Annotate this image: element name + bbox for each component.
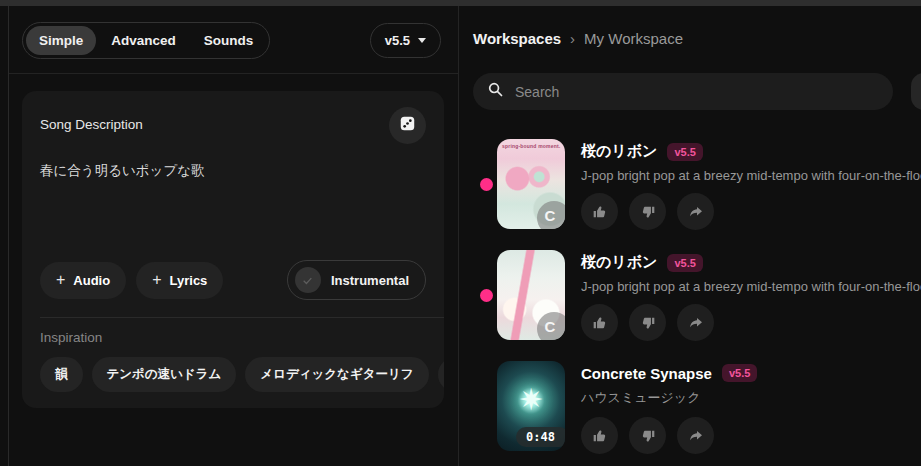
thumbs-up-button[interactable]: [581, 417, 618, 454]
chevron-down-icon: [418, 38, 426, 43]
thumbs-down-button[interactable]: [629, 417, 666, 454]
create-panel-header: Simple Advanced Sounds v5.5: [9, 6, 458, 59]
song-actions: [581, 304, 921, 341]
share-icon: [688, 428, 704, 444]
song-content: 桜のリボン v5.5 J-pop bright pop at a breezy …: [581, 250, 921, 341]
thumbs-down-icon: [640, 204, 656, 220]
watermark-badge: C: [537, 201, 565, 229]
share-button[interactable]: [677, 304, 714, 341]
inspiration-chip[interactable]: ハッピーポップ: [438, 357, 444, 392]
thumbs-up-icon: [592, 315, 608, 331]
tab-advanced[interactable]: Advanced: [98, 26, 189, 55]
add-audio-label: Audio: [73, 273, 110, 288]
starburst-art: ✷: [518, 381, 543, 416]
workspace-panel: Workspaces › My Workspace spring-bound m…: [459, 6, 921, 466]
instrumental-label: Instrumental: [331, 273, 409, 288]
version-selector[interactable]: v5.5: [370, 23, 441, 58]
inspiration-chip[interactable]: 韻: [40, 357, 83, 392]
song-description: ハウスミュージック: [581, 389, 921, 407]
plus-icon: +: [152, 272, 161, 288]
inspiration-chip[interactable]: テンポの速いドラム: [92, 357, 237, 392]
song-description-card: Song Description 春に合う明るいポップな歌 + Audio + …: [22, 91, 444, 408]
search-box[interactable]: [473, 73, 893, 110]
filter-button[interactable]: [911, 73, 921, 110]
title-row: 桜のリボン v5.5: [581, 253, 921, 272]
song-row: ✷ 0:48 Concrete Synapse v5.5 ハウスミュージック: [497, 361, 921, 454]
song-description: J-pop bright pop at a breezy mid-tempo w…: [581, 279, 921, 294]
add-audio-button[interactable]: + Audio: [40, 262, 126, 299]
song-thumbnail[interactable]: C: [497, 250, 565, 340]
inspiration-divider: [40, 317, 444, 318]
inspiration-label: Inspiration: [40, 330, 426, 345]
thumb-caption: spring-bound moment.: [502, 143, 560, 149]
inspiration-chips: 韻テンポの速いドラムメロディックなギターリフハッピーポップ: [40, 357, 444, 392]
thumbs-down-icon: [640, 428, 656, 444]
share-button[interactable]: [677, 417, 714, 454]
share-icon: [688, 204, 704, 220]
plus-icon: +: [56, 272, 65, 288]
breadcrumb-workspaces[interactable]: Workspaces: [473, 30, 561, 47]
song-actions: [581, 417, 921, 454]
search-input[interactable]: [515, 84, 879, 100]
thumbs-up-button[interactable]: [581, 193, 618, 230]
thumbs-down-button[interactable]: [629, 304, 666, 341]
version-badge: v5.5: [722, 364, 757, 382]
controls-row: + Audio + Lyrics Instrumental: [40, 260, 426, 300]
song-description: J-pop bright pop at a breezy mid-tempo w…: [581, 168, 921, 183]
song-title[interactable]: Concrete Synapse: [581, 365, 712, 382]
song-list: spring-bound moment. C 桜のリボン v5.5 J-pop …: [459, 139, 921, 454]
breadcrumb-separator: ›: [570, 30, 575, 47]
unplayed-dot-indicator: [480, 178, 493, 191]
breadcrumb: Workspaces › My Workspace: [459, 6, 921, 47]
tab-sounds[interactable]: Sounds: [191, 26, 267, 55]
thumbs-up-icon: [592, 204, 608, 220]
search-row: [473, 73, 921, 110]
song-thumbnail[interactable]: ✷ 0:48: [497, 361, 565, 451]
song-title[interactable]: 桜のリボン: [581, 142, 657, 161]
song-row: C 桜のリボン v5.5 J-pop bright pop at a breez…: [497, 250, 921, 341]
song-thumbnail[interactable]: spring-bound moment. C: [497, 139, 565, 229]
share-button[interactable]: [677, 193, 714, 230]
add-lyrics-button[interactable]: + Lyrics: [136, 262, 223, 299]
header-divider: [9, 73, 458, 74]
card-header: Song Description: [40, 107, 426, 144]
song-content: Concrete Synapse v5.5 ハウスミュージック: [581, 361, 921, 454]
thumbs-up-button[interactable]: [581, 304, 618, 341]
duration-badge: 0:48: [516, 427, 565, 447]
song-row: spring-bound moment. C 桜のリボン v5.5 J-pop …: [497, 139, 921, 230]
instrumental-toggle[interactable]: Instrumental: [287, 260, 426, 300]
version-badge: v5.5: [667, 143, 702, 161]
check-circle-icon: [295, 267, 321, 293]
inspiration-chip[interactable]: メロディックなギターリフ: [245, 357, 428, 392]
song-actions: [581, 193, 921, 230]
title-row: 桜のリボン v5.5: [581, 142, 921, 161]
share-icon: [688, 315, 704, 331]
unplayed-dot-indicator: [480, 289, 493, 302]
breadcrumb-current[interactable]: My Workspace: [584, 30, 683, 47]
version-badge: v5.5: [667, 254, 702, 272]
search-icon: [487, 81, 504, 102]
song-description-label: Song Description: [40, 107, 143, 132]
song-description-input[interactable]: 春に合う明るいポップな歌: [40, 161, 426, 181]
randomize-button[interactable]: [389, 107, 426, 144]
dice-icon: [399, 115, 416, 136]
song-title[interactable]: 桜のリボン: [581, 253, 657, 272]
add-lyrics-label: Lyrics: [170, 273, 208, 288]
thumbs-up-icon: [592, 428, 608, 444]
title-row: Concrete Synapse v5.5: [581, 364, 921, 382]
tab-simple[interactable]: Simple: [26, 26, 96, 55]
thumbs-down-button[interactable]: [629, 193, 666, 230]
version-label: v5.5: [385, 33, 410, 48]
watermark-badge: C: [537, 312, 565, 340]
create-panel: Simple Advanced Sounds v5.5 Song Descrip…: [9, 6, 458, 466]
song-content: 桜のリボン v5.5 J-pop bright pop at a breezy …: [581, 139, 921, 230]
mode-tabs: Simple Advanced Sounds: [22, 22, 270, 59]
thumbs-down-icon: [640, 315, 656, 331]
